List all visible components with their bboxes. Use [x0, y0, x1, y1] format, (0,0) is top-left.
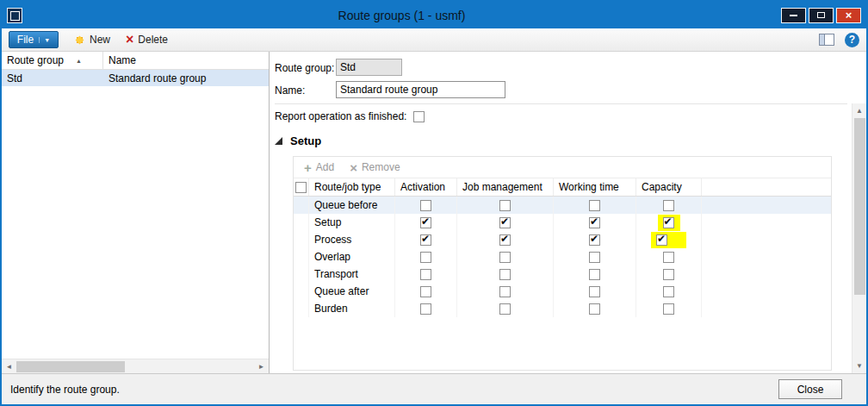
capacity-checkbox[interactable] — [663, 200, 674, 211]
select-all-column-header — [294, 178, 309, 196]
job-management-checkbox[interactable] — [499, 252, 511, 263]
row-select-cell[interactable] — [294, 248, 309, 265]
route-group-field[interactable] — [336, 59, 402, 76]
capacity-cell — [636, 283, 702, 300]
capacity-checkbox[interactable] — [663, 252, 674, 263]
activation-cell — [395, 265, 457, 283]
vertical-scrollbar[interactable]: ▲ ▼ — [852, 103, 866, 373]
row-select-cell[interactable] — [294, 197, 309, 214]
activation-checkbox[interactable] — [420, 303, 431, 315]
activation-checkbox[interactable] — [420, 269, 431, 280]
setup-grid-row[interactable]: Burden — [294, 300, 831, 317]
capacity-checkbox[interactable] — [663, 286, 674, 297]
job-management-checkbox[interactable] — [499, 269, 511, 280]
horizontal-scrollbar[interactable]: ◄ ► — [2, 359, 269, 373]
scroll-right-icon[interactable]: ► — [254, 359, 269, 374]
maximize-button[interactable] — [809, 8, 834, 23]
job-management-cell — [457, 214, 554, 231]
window-title: Route groups (1 - usmf) — [22, 9, 781, 22]
route-job-type-cell: Overlap — [309, 248, 395, 265]
remove-button[interactable]: × Remove — [350, 161, 400, 174]
row-select-cell[interactable] — [294, 300, 309, 317]
working-time-checkbox[interactable] — [589, 269, 600, 280]
working-time-cell — [554, 197, 636, 214]
job-management-checkbox[interactable] — [499, 286, 511, 297]
working-time-checkbox[interactable] — [589, 234, 600, 246]
select-all-checkbox[interactable] — [295, 182, 307, 193]
horizontal-scroll-thumb[interactable] — [16, 361, 125, 372]
route-job-type-cell: Queue after — [309, 283, 395, 300]
scroll-down-icon[interactable]: ▼ — [852, 359, 867, 373]
scroll-left-icon[interactable]: ◄ — [2, 359, 16, 374]
column-header-route-group[interactable]: Route group ▲ — [2, 52, 103, 69]
window-controls: × — [781, 8, 861, 23]
capacity-checkbox[interactable] — [656, 234, 667, 246]
column-header-working-time[interactable]: Working time — [554, 178, 636, 196]
column-header-name[interactable]: Name — [103, 52, 269, 69]
job-management-checkbox[interactable] — [499, 200, 511, 211]
column-header-route-job-type[interactable]: Route/job type — [309, 178, 395, 196]
working-time-cell — [554, 231, 636, 248]
report-operation-checkbox[interactable] — [413, 111, 425, 122]
working-time-checkbox[interactable] — [589, 252, 600, 263]
row-select-cell[interactable] — [294, 265, 309, 283]
working-time-cell — [554, 300, 636, 317]
route-name-cell[interactable]: Standard route group — [103, 70, 269, 86]
setup-grid-row[interactable]: Transport — [294, 265, 831, 283]
working-time-checkbox[interactable] — [589, 200, 600, 211]
working-time-checkbox[interactable] — [589, 286, 600, 297]
setup-grid-row[interactable]: Process — [294, 231, 831, 248]
help-icon[interactable]: ? — [845, 33, 859, 47]
column-header-activation-label: Activation — [400, 181, 445, 193]
scroll-up-icon[interactable]: ▲ — [852, 103, 867, 118]
route-group-list-body: StdStandard route group — [2, 70, 269, 86]
close-button[interactable]: Close — [778, 379, 842, 399]
activation-checkbox[interactable] — [420, 252, 431, 263]
route-job-type-cell: Process — [309, 231, 395, 248]
capacity-checkbox[interactable] — [663, 303, 674, 315]
column-header-capacity[interactable]: Capacity — [636, 178, 702, 196]
working-time-checkbox[interactable] — [589, 303, 600, 315]
column-header-job-management[interactable]: Job management — [457, 178, 554, 196]
working-time-cell — [554, 265, 636, 283]
row-select-cell[interactable] — [294, 283, 309, 300]
file-menu-button[interactable]: File ▼ — [9, 31, 59, 48]
job-management-checkbox[interactable] — [499, 303, 511, 315]
new-button[interactable]: New — [74, 34, 110, 46]
setup-grid-row[interactable]: Overlap — [294, 248, 831, 265]
add-button[interactable]: + Add — [304, 161, 334, 174]
activation-checkbox[interactable] — [420, 217, 431, 228]
capacity-highlight — [658, 215, 680, 231]
sort-ascending-icon: ▲ — [76, 58, 82, 64]
job-management-checkbox[interactable] — [499, 234, 511, 246]
column-header-route-group-label: Route group — [7, 54, 64, 66]
capacity-checkbox[interactable] — [663, 217, 674, 228]
working-time-checkbox[interactable] — [589, 217, 600, 228]
delete-button[interactable]: × Delete — [126, 33, 168, 47]
activation-checkbox[interactable] — [420, 286, 431, 297]
activation-checkbox[interactable] — [420, 200, 431, 211]
minimize-button[interactable] — [781, 8, 806, 23]
add-button-label: Add — [316, 161, 334, 173]
setup-grid-row[interactable]: Queue after — [294, 283, 831, 300]
activation-checkbox[interactable] — [420, 234, 431, 246]
name-field[interactable] — [336, 81, 505, 98]
job-management-cell — [457, 283, 554, 300]
route-group-cell[interactable]: Std — [2, 70, 103, 86]
job-management-checkbox[interactable] — [499, 217, 511, 228]
setup-grid-row[interactable]: Setup — [294, 214, 831, 231]
capacity-checkbox[interactable] — [663, 269, 674, 280]
pane-layout-icon[interactable] — [819, 34, 834, 46]
setup-grid-row[interactable]: Queue before — [294, 197, 831, 214]
route-group-row[interactable]: StdStandard route group — [2, 70, 269, 86]
column-header-activation[interactable]: Activation — [395, 178, 457, 196]
row-select-cell[interactable] — [294, 214, 309, 231]
add-icon: + — [304, 161, 312, 174]
fasttab-expanded-icon — [275, 137, 282, 145]
activation-cell — [395, 300, 457, 317]
capacity-cell — [636, 214, 702, 231]
setup-fasttab-header[interactable]: Setup — [275, 134, 321, 147]
vertical-scroll-thumb[interactable] — [854, 118, 865, 295]
row-select-cell[interactable] — [294, 231, 309, 248]
close-window-button[interactable]: × — [836, 8, 861, 23]
